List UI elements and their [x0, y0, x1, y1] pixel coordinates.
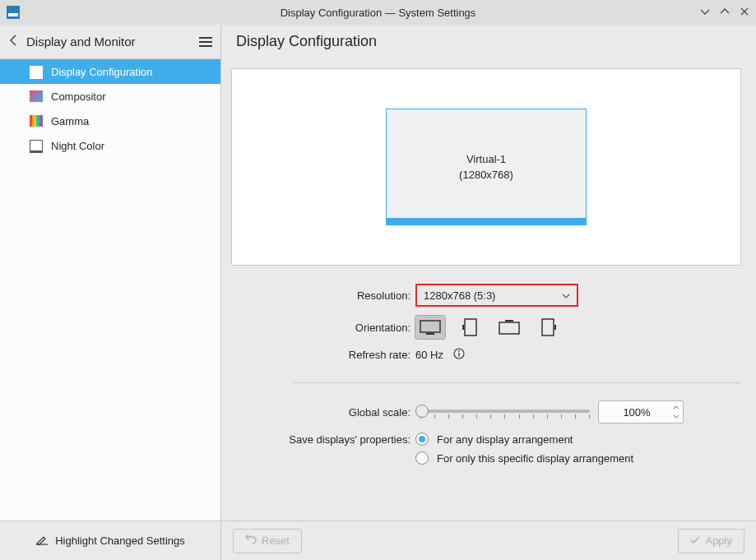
svg-rect-4 — [499, 322, 519, 334]
radio-specific-arrangement[interactable] — [415, 451, 429, 465]
radio-any-arrangement[interactable] — [415, 433, 429, 446]
sidebar-item-label: Gamma — [51, 115, 89, 127]
sidebar-item-night-color[interactable]: Night Color — [0, 133, 220, 158]
resolution-label: Resolution: — [231, 289, 415, 302]
resolution-select[interactable]: 1280x768 (5:3) — [415, 284, 578, 307]
svg-rect-7 — [554, 325, 556, 330]
divider — [294, 382, 741, 383]
svg-rect-3 — [462, 325, 464, 330]
orientation-landscape-button[interactable] — [415, 316, 445, 339]
chevron-down-icon — [562, 289, 570, 301]
global-scale-slider[interactable] — [415, 403, 590, 421]
svg-rect-10 — [458, 353, 459, 357]
spin-up-icon[interactable] — [673, 404, 679, 411]
undo-icon — [245, 535, 257, 547]
svg-rect-0 — [420, 321, 440, 332]
radio-any-label: For any display arrangement — [437, 433, 573, 446]
svg-rect-1 — [426, 333, 434, 335]
sidebar-item-compositor[interactable]: Compositor — [0, 84, 220, 109]
compositor-icon — [30, 90, 43, 102]
monitor-name: Virtual-1 — [466, 153, 506, 165]
monitor-preview[interactable]: Virtual-1 (1280x768) — [386, 109, 587, 225]
minimize-icon[interactable] — [700, 7, 710, 18]
resolution-value: 1280x768 (5:3) — [424, 289, 495, 302]
maximize-icon[interactable] — [720, 7, 730, 18]
refresh-rate-value: 60 Hz — [415, 349, 443, 361]
global-scale-value: 100% — [623, 406, 650, 419]
check-icon — [690, 535, 700, 547]
orientation-portrait-right-button[interactable] — [534, 316, 564, 339]
svg-rect-5 — [505, 320, 513, 322]
highlight-changed-button[interactable]: Highlight Changed Settings — [0, 521, 221, 560]
back-icon[interactable] — [8, 34, 18, 50]
orientation-landscape-flipped-button[interactable] — [494, 316, 524, 339]
sidebar-item-gamma[interactable]: Gamma — [0, 109, 220, 133]
apply-button[interactable]: Apply — [678, 529, 744, 553]
highlight-icon — [35, 534, 49, 548]
save-props-label: Save displays' properties: — [231, 433, 415, 446]
main-panel: Display Configuration Virtual-1 (1280x76… — [221, 25, 756, 521]
svg-rect-2 — [465, 319, 476, 336]
orientation-label: Orientation: — [231, 322, 415, 334]
reset-label: Reset — [262, 535, 290, 547]
info-icon[interactable] — [453, 348, 465, 362]
footer: Highlight Changed Settings Reset Apply — [0, 521, 756, 560]
page-title: Display Configuration — [236, 33, 377, 50]
global-scale-label: Global scale: — [231, 406, 415, 419]
refresh-rate-label: Refresh rate: — [231, 349, 415, 361]
monitor-resolution: (1280x768) — [459, 169, 513, 181]
sidebar-list: Display Configuration Compositor Gamma N… — [0, 58, 220, 521]
breadcrumb[interactable]: Display and Monitor — [26, 35, 136, 49]
spin-down-icon[interactable] — [673, 413, 679, 420]
sidebar-item-label: Night Color — [51, 140, 104, 152]
orientation-portrait-left-button[interactable] — [455, 316, 485, 339]
highlight-label: Highlight Changed Settings — [55, 535, 185, 547]
close-icon[interactable] — [740, 7, 749, 18]
reset-button[interactable]: Reset — [233, 529, 302, 553]
apply-label: Apply — [705, 535, 732, 547]
sidebar-item-label: Compositor — [51, 90, 105, 103]
global-scale-spinbox[interactable]: 100% — [598, 400, 684, 423]
sidebar-item-display-configuration[interactable]: Display Configuration — [0, 59, 220, 84]
sidebar-item-label: Display Configuration — [51, 66, 153, 78]
window-title: Display Configuration — System Settings — [0, 7, 756, 19]
radio-specific-label: For only this specific display arrangeme… — [437, 452, 633, 465]
night-color-icon — [30, 140, 43, 151]
hamburger-icon[interactable] — [199, 37, 212, 47]
svg-rect-6 — [542, 319, 554, 336]
titlebar: Display Configuration — System Settings — [0, 0, 756, 25]
svg-point-9 — [458, 350, 460, 352]
sidebar: Display and Monitor Display Configuratio… — [0, 25, 221, 521]
display-canvas: Virtual-1 (1280x768) — [231, 68, 741, 266]
monitor-icon — [30, 66, 43, 77]
gamma-icon — [30, 115, 43, 127]
